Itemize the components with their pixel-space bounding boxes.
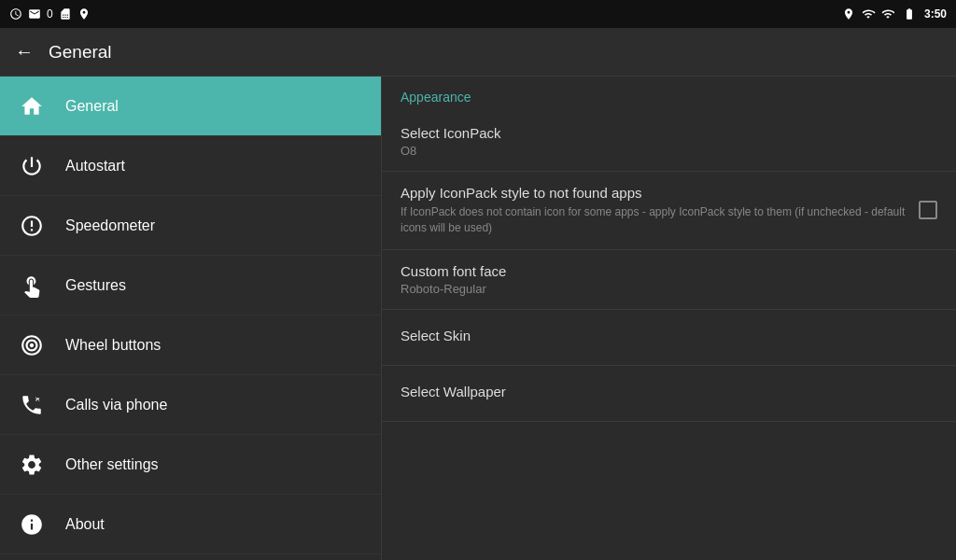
apply-iconpack-text: Apply IconPack style to not found apps I… (401, 185, 906, 236)
custom-font-item[interactable]: Custom font face Roboto-Regular (382, 250, 956, 310)
main-layout: General Autostart Speedometer Gestures (0, 77, 956, 560)
custom-font-title: Custom font face (401, 263, 937, 279)
status-right: 3:50 (842, 7, 947, 21)
sidebar: General Autostart Speedometer Gestures (0, 77, 381, 560)
phone-bluetooth-icon (17, 390, 47, 420)
status-bar: 0 3:50 (0, 0, 956, 28)
select-skin-item[interactable]: Select Skin (382, 310, 956, 366)
info-icon (17, 510, 47, 539)
select-iconpack-item[interactable]: Select IconPack O8 (382, 112, 956, 172)
select-iconpack-text: Select IconPack O8 (401, 125, 937, 158)
sidebar-label-speedometer: Speedometer (65, 217, 155, 234)
custom-font-text: Custom font face Roboto-Regular (401, 263, 937, 296)
sidebar-item-calls-via-phone[interactable]: Calls via phone (0, 375, 381, 435)
battery-icon (900, 7, 919, 21)
sidebar-item-about[interactable]: About (0, 495, 381, 554)
notification-count: 0 (47, 7, 53, 21)
sidebar-item-speedometer[interactable]: Speedometer (0, 196, 381, 256)
settings-icon (17, 450, 47, 480)
wifi-icon (861, 7, 876, 21)
sidebar-label-general: General (65, 98, 119, 115)
page-title: General (49, 42, 112, 63)
sidebar-item-other-settings[interactable]: Other settings (0, 435, 381, 495)
speedometer-icon (17, 211, 47, 241)
sidebar-label-other-settings: Other settings (65, 456, 159, 473)
power-icon (17, 151, 47, 181)
apply-iconpack-title: Apply IconPack style to not found apps (401, 185, 906, 201)
back-button[interactable]: ← (15, 41, 34, 63)
sidebar-item-general[interactable]: General (0, 77, 381, 136)
time-display: 3:50 (924, 7, 947, 21)
select-skin-title: Select Skin (401, 328, 937, 343)
select-wallpaper-title: Select Wallpaper (401, 384, 937, 399)
custom-font-sub: Roboto-Regular (401, 282, 937, 296)
select-iconpack-sub: O8 (401, 144, 937, 158)
sidebar-label-gestures: Gestures (65, 277, 126, 294)
location-status-icon (842, 7, 855, 21)
home-icon (17, 91, 47, 121)
sidebar-label-wheel-buttons: Wheel buttons (65, 337, 161, 354)
apply-iconpack-item[interactable]: Apply IconPack style to not found apps I… (382, 172, 956, 250)
alarm-icon (9, 7, 22, 21)
content-panel: Appearance Select IconPack O8 Apply Icon… (381, 77, 956, 560)
status-left: 0 (9, 7, 91, 21)
signal-icon (881, 7, 894, 21)
apply-iconpack-checkbox[interactable] (919, 201, 937, 219)
select-iconpack-title: Select IconPack (401, 125, 937, 141)
select-wallpaper-text: Select Wallpaper (401, 384, 937, 402)
apply-iconpack-desc: If IconPack does not contain icon for so… (401, 204, 906, 236)
sidebar-item-autostart[interactable]: Autostart (0, 136, 381, 196)
section-header-appearance: Appearance (382, 77, 956, 112)
top-bar: ← General (0, 28, 956, 77)
gestures-icon (17, 271, 47, 301)
wheel-icon (17, 330, 47, 360)
select-skin-text: Select Skin (401, 328, 937, 346)
sim-icon (59, 7, 72, 21)
sidebar-item-gestures[interactable]: Gestures (0, 256, 381, 315)
gmail-icon (28, 7, 41, 21)
select-wallpaper-item[interactable]: Select Wallpaper (382, 366, 956, 422)
sidebar-label-calls-via-phone: Calls via phone (65, 397, 167, 413)
sidebar-label-autostart: Autostart (65, 158, 125, 175)
sidebar-label-about: About (65, 516, 105, 533)
location-icon (77, 7, 91, 21)
sidebar-item-wheel-buttons[interactable]: Wheel buttons (0, 315, 381, 375)
